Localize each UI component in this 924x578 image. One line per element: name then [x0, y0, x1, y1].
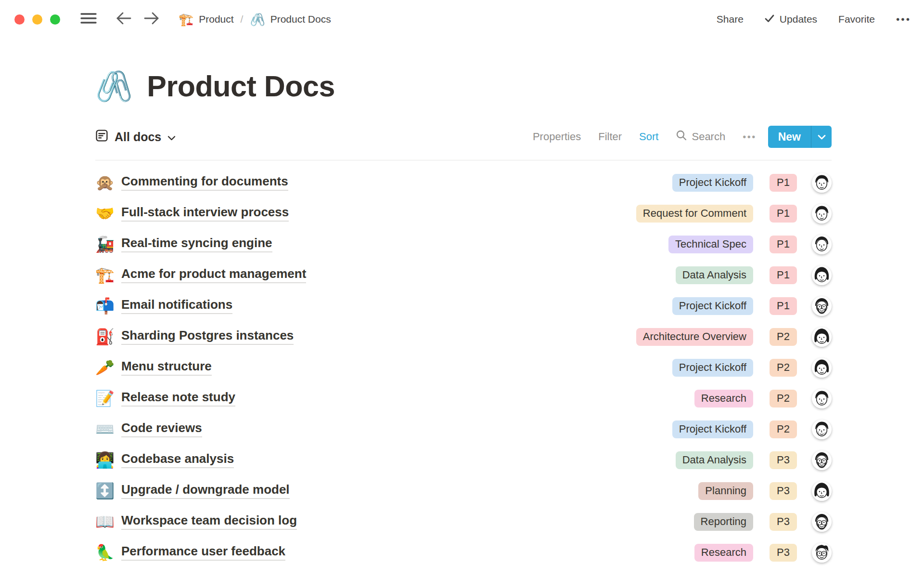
- doc-row[interactable]: 🚂 Real-time syncing engine Technical Spe…: [95, 229, 832, 260]
- breadcrumb-item-product-docs[interactable]: 🖇️ Product Docs: [250, 13, 331, 26]
- doc-type-tag[interactable]: Project Kickoff: [672, 174, 753, 192]
- assignee-avatar-man-dark-hair[interactable]: [812, 389, 832, 408]
- doc-row[interactable]: 🤝 Full-stack interview process Request f…: [95, 198, 832, 229]
- sidebar-toggle-button[interactable]: [80, 12, 97, 26]
- doc-title-link[interactable]: Codebase analysis: [121, 452, 234, 469]
- doc-row[interactable]: 🏗️ Acme for product management Data Anal…: [95, 260, 832, 290]
- priority-badge[interactable]: P3: [770, 482, 797, 500]
- sort-button[interactable]: Sort: [639, 131, 658, 143]
- doc-row[interactable]: 📝 Release note study Research P2: [95, 383, 832, 414]
- ellipsis-icon: •••: [896, 13, 911, 25]
- priority-badge[interactable]: P1: [770, 174, 797, 192]
- search-icon: [676, 130, 687, 144]
- assignee-avatar-man-glasses-beard[interactable]: [812, 450, 832, 470]
- priority-badge[interactable]: P3: [770, 544, 797, 562]
- breadcrumb-label: Product: [199, 13, 233, 25]
- doc-emoji-icon: 🚂: [95, 236, 121, 252]
- doc-title-link[interactable]: Code reviews: [121, 421, 202, 438]
- priority-badge[interactable]: P3: [770, 513, 797, 531]
- properties-button[interactable]: Properties: [533, 131, 581, 143]
- doc-type-tag[interactable]: Request for Comment: [636, 205, 753, 223]
- doc-title-link[interactable]: Full-stack interview process: [121, 205, 289, 222]
- toolbar-actions: Properties Filter Sort Search ••• New: [533, 126, 832, 148]
- share-button[interactable]: Share: [717, 13, 744, 25]
- filter-button[interactable]: Filter: [598, 131, 622, 143]
- doc-type-tag[interactable]: Data Analysis: [676, 266, 753, 284]
- doc-type-tag[interactable]: Project Kickoff: [672, 359, 753, 377]
- doc-title-link[interactable]: Sharding Postgres instances: [121, 328, 294, 345]
- doc-emoji-icon: 📖: [95, 514, 121, 529]
- priority-badge[interactable]: P2: [770, 390, 797, 407]
- priority-badge[interactable]: P2: [770, 359, 797, 377]
- page-emoji-icon[interactable]: 🖇️: [95, 71, 132, 101]
- breadcrumb-label: Product Docs: [270, 13, 331, 25]
- search-button[interactable]: Search: [676, 130, 725, 144]
- assignee-avatar-man-round-face[interactable]: [812, 235, 832, 254]
- priority-badge[interactable]: P1: [770, 236, 797, 253]
- doc-title-link[interactable]: Release note study: [121, 390, 235, 407]
- assignee-avatar-woman-side-part[interactable]: [812, 358, 832, 378]
- doc-type-tag[interactable]: Technical Spec: [668, 236, 753, 253]
- assignee-avatar-man-glasses-quiff[interactable]: [812, 543, 832, 563]
- window-more-button[interactable]: •••: [896, 13, 911, 25]
- doc-title-link[interactable]: Commenting for documents: [121, 174, 288, 191]
- priority-badge[interactable]: P1: [770, 266, 797, 284]
- assignee-avatar-man-dark-hair[interactable]: [812, 204, 832, 223]
- page-title[interactable]: Product Docs: [147, 69, 335, 103]
- new-dropdown-button[interactable]: [811, 126, 832, 148]
- doc-row[interactable]: 📖 Workspace team decision log Reporting …: [95, 506, 832, 537]
- hamburger-icon: [80, 12, 97, 26]
- forward-arrow-icon: [144, 12, 159, 27]
- doc-type-tag[interactable]: Planning: [698, 482, 753, 500]
- priority-badge[interactable]: P1: [770, 297, 797, 315]
- doc-row[interactable]: 👩‍💻 Codebase analysis Data Analysis P3: [95, 445, 832, 475]
- doc-type-tag[interactable]: Architecture Overview: [636, 328, 753, 346]
- priority-badge[interactable]: P3: [770, 451, 797, 469]
- assignee-avatar-man-dark-hair[interactable]: [812, 173, 832, 193]
- doc-row[interactable]: 🥕 Menu structure Project Kickoff P2: [95, 352, 832, 383]
- zoom-window-button[interactable]: [50, 14, 60, 25]
- doc-type-tag[interactable]: Research: [694, 390, 753, 407]
- assignee-avatar-man-glasses-beard[interactable]: [812, 512, 832, 532]
- assignee-avatar-woman-side-part[interactable]: [812, 265, 832, 285]
- breadcrumb-item-product[interactable]: 🏗️ Product: [179, 13, 234, 26]
- forward-button[interactable]: [144, 12, 159, 27]
- titlebar-actions: Share Updates Favorite •••: [717, 13, 911, 25]
- assignee-avatar-woman-bob[interactable]: [812, 327, 832, 347]
- priority-badge[interactable]: P1: [770, 205, 797, 223]
- doc-row[interactable]: 🦜 Performance user feedback Research P3: [95, 537, 832, 568]
- doc-type-tag[interactable]: Project Kickoff: [672, 297, 753, 315]
- assignee-avatar-man-glasses-beard[interactable]: [812, 296, 832, 316]
- doc-row[interactable]: ↕️ Upgrade / downgrade model Planning P3: [95, 475, 832, 506]
- favorite-button[interactable]: Favorite: [838, 13, 875, 25]
- crane-emoji-icon: 🏗️: [179, 13, 193, 26]
- doc-row[interactable]: 📬 Email notifications Project Kickoff P1: [95, 290, 832, 321]
- assignee-avatar-woman-bob[interactable]: [812, 481, 832, 501]
- assignee-avatar-man-stubble[interactable]: [812, 420, 832, 439]
- doc-type-tag[interactable]: Research: [694, 544, 753, 562]
- view-switcher-all-docs[interactable]: All docs: [95, 129, 176, 145]
- toolbar-more-button[interactable]: •••: [743, 131, 757, 143]
- doc-title-link[interactable]: Menu structure: [121, 359, 212, 376]
- close-window-button[interactable]: [14, 14, 25, 25]
- minimize-window-button[interactable]: [32, 14, 42, 25]
- doc-title-link[interactable]: Email notifications: [121, 298, 232, 315]
- priority-badge[interactable]: P2: [770, 420, 797, 438]
- doc-emoji-icon: ↕️: [95, 483, 121, 499]
- doc-type-tag[interactable]: Reporting: [694, 513, 753, 531]
- updates-button[interactable]: Updates: [765, 13, 817, 25]
- doc-emoji-icon: 🤝: [95, 206, 121, 221]
- doc-title-link[interactable]: Performance user feedback: [121, 544, 285, 561]
- doc-title-link[interactable]: Real-time syncing engine: [121, 236, 272, 253]
- doc-title-link[interactable]: Upgrade / downgrade model: [121, 483, 290, 499]
- doc-row[interactable]: ⛽ Sharding Postgres instances Architectu…: [95, 321, 832, 352]
- new-button[interactable]: New: [768, 126, 811, 148]
- doc-type-tag[interactable]: Data Analysis: [676, 451, 753, 469]
- back-button[interactable]: [116, 12, 131, 27]
- doc-type-tag[interactable]: Project Kickoff: [672, 420, 753, 438]
- doc-title-link[interactable]: Workspace team decision log: [121, 513, 297, 530]
- doc-row[interactable]: 🙊 Commenting for documents Project Kicko…: [95, 167, 832, 198]
- doc-title-link[interactable]: Acme for product management: [121, 267, 306, 284]
- doc-row[interactable]: ⌨️ Code reviews Project Kickoff P2: [95, 414, 832, 445]
- priority-badge[interactable]: P2: [770, 328, 797, 346]
